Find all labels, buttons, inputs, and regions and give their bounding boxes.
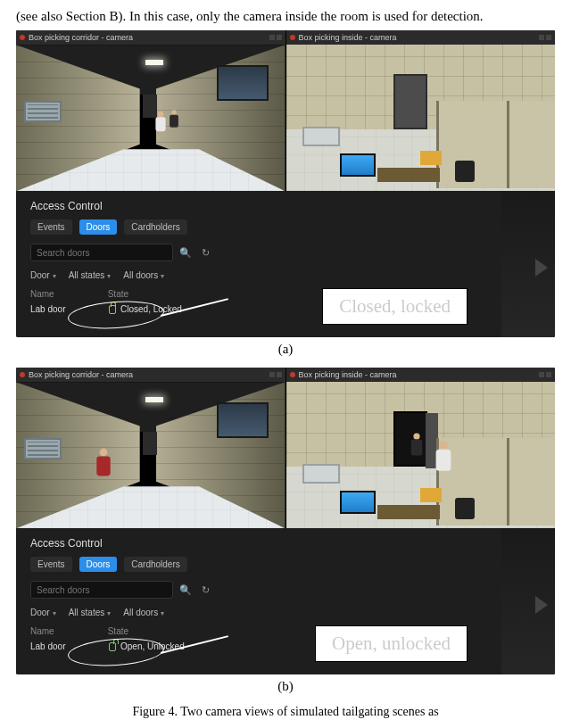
filter-door[interactable]: Door▾ [30, 270, 56, 280]
refresh-icon[interactable]: ↻ [198, 583, 212, 597]
tab-cardholders[interactable]: Cardholders [124, 219, 186, 235]
play-icon [535, 596, 548, 614]
view-title: Box picking corridor - camera [29, 33, 133, 42]
chevron-down-icon: ▾ [161, 272, 164, 280]
corridor-camera-view: Box picking corridor - camera [16, 30, 286, 191]
person-dark-clothes [410, 433, 423, 455]
inside-camera-view: Box picking inside - camera [286, 368, 556, 528]
person-labcoat [154, 112, 166, 131]
lock-icon [109, 305, 116, 314]
leading-paragraph-fragment: (see also Section B). In this case, only… [16, 7, 555, 25]
door-name: Lab door [30, 304, 73, 314]
filter-doors[interactable]: All doors▾ [123, 608, 164, 617]
side-toolbar [501, 528, 555, 674]
monitor [340, 153, 376, 177]
search-icon[interactable]: 🔍 [178, 583, 193, 597]
record-indicator-icon [290, 372, 295, 377]
access-control-panel: Access Control Events Doors Cardholders … [16, 191, 555, 337]
subcaption-a: (a) [16, 342, 555, 357]
side-toolbar [501, 191, 555, 337]
wall-vent [24, 101, 62, 122]
door-name: Lab door [30, 641, 73, 651]
column-name: Name [30, 626, 54, 636]
filter-states[interactable]: All states▾ [69, 608, 112, 617]
view-title: Box picking inside - camera [299, 370, 397, 379]
tab-events[interactable]: Events [30, 557, 72, 572]
search-icon[interactable]: 🔍 [178, 245, 193, 260]
tab-doors[interactable]: Doors [79, 557, 118, 572]
record-indicator-icon [290, 35, 295, 40]
refresh-icon[interactable]: ↻ [198, 245, 212, 260]
subcaption-b: (b) [16, 679, 555, 694]
annotation-ellipse [67, 299, 165, 332]
corridor-camera-view: Box picking corridor - camera [16, 368, 286, 528]
chevron-down-icon: ▾ [107, 272, 111, 280]
view-title: Box picking corridor - camera [29, 370, 133, 379]
window-titlebar: Box picking inside - camera [286, 30, 556, 45]
sink [302, 464, 340, 484]
inside-camera-view: Box picking inside - camera [286, 30, 556, 191]
person-dark-clothes [169, 110, 178, 128]
view-title: Box picking inside - camera [299, 33, 397, 42]
monitor [340, 491, 376, 514]
record-indicator-icon [20, 35, 25, 40]
search-input[interactable] [30, 244, 173, 261]
tab-events[interactable]: Events [30, 219, 72, 235]
panel-title: Access Control [30, 537, 103, 550]
access-control-panel: Access Control Events Doors Cardholders … [16, 528, 555, 674]
person-labcoat [435, 441, 452, 471]
sink [302, 127, 340, 146]
figure-panel-b: Box picking corridor - camera Box pickin… [16, 368, 555, 694]
figure-panel-a: Box picking corridor - camera Box [16, 30, 555, 357]
corridor-window [217, 402, 269, 438]
annotation-callout: Closed, locked [322, 288, 468, 325]
filter-doors[interactable]: All doors▾ [123, 270, 164, 280]
column-state: State [108, 626, 128, 636]
window-titlebar: Box picking corridor - camera [16, 30, 286, 45]
annotation-callout: Open, unlocked [315, 625, 468, 662]
wall-vent [24, 438, 62, 459]
corridor-window [217, 65, 269, 101]
unlock-icon [109, 642, 116, 651]
figure-caption: Figure 4. Two camera views of simulated … [16, 705, 555, 719]
window-titlebar: Box picking corridor - camera [16, 368, 286, 382]
chevron-down-icon: ▾ [53, 609, 56, 617]
filter-states[interactable]: All states▾ [69, 270, 112, 280]
lab-door-closed [393, 74, 427, 129]
chevron-down-icon: ▾ [161, 609, 164, 617]
chevron-down-icon: ▾ [107, 609, 111, 617]
column-name: Name [30, 289, 54, 299]
column-state: State [108, 289, 128, 299]
person-red-clothes [96, 448, 112, 476]
record-indicator-icon [20, 372, 25, 377]
tab-cardholders[interactable]: Cardholders [124, 557, 186, 572]
filter-door[interactable]: Door▾ [30, 608, 56, 617]
play-icon [535, 259, 548, 277]
panel-title: Access Control [30, 200, 103, 212]
window-titlebar: Box picking inside - camera [286, 368, 556, 382]
chevron-down-icon: ▾ [53, 272, 56, 280]
tab-doors[interactable]: Doors [79, 219, 118, 235]
search-input[interactable] [30, 581, 173, 599]
